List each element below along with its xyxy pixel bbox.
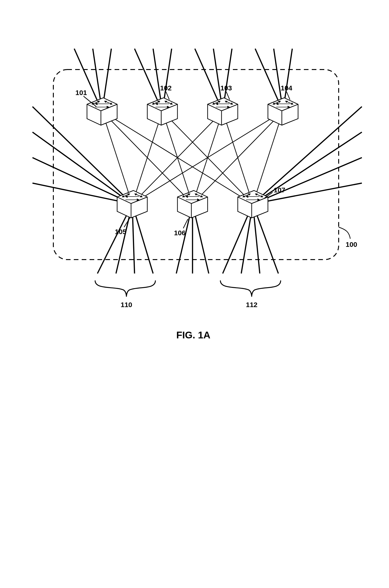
svg-line-58 [287, 91, 290, 100]
label-103: 103 [220, 84, 232, 92]
svg-line-30 [193, 111, 283, 204]
router-102 [147, 98, 177, 125]
figure-1a: 101 102 103 104 105 106 107 100 110 112 … [0, 0, 389, 371]
router-104 [268, 98, 298, 125]
figure-caption: FIG. 1A [176, 330, 210, 340]
router-103 [208, 98, 238, 125]
svg-line-16 [253, 107, 362, 204]
label-106: 106 [174, 229, 186, 237]
svg-line-29 [132, 111, 283, 204]
braces [95, 280, 281, 297]
svg-line-12 [32, 107, 132, 204]
svg-line-56 [166, 91, 169, 100]
routers [87, 98, 298, 218]
label-107: 107 [274, 186, 285, 194]
label-104: 104 [281, 84, 292, 92]
svg-line-18 [253, 158, 362, 204]
router-101 [87, 98, 117, 125]
svg-line-26 [132, 111, 223, 204]
mesh [102, 111, 283, 204]
router-105 [117, 191, 147, 218]
label-105: 105 [115, 228, 127, 235]
svg-line-57 [226, 91, 230, 100]
label-100: 100 [346, 240, 357, 248]
router-106 [177, 191, 208, 218]
label-102: 102 [160, 84, 172, 92]
label-110: 110 [121, 301, 132, 308]
label-101: 101 [75, 89, 87, 96]
label-112: 112 [246, 301, 258, 308]
svg-line-23 [132, 111, 162, 204]
router-107 [238, 191, 268, 218]
